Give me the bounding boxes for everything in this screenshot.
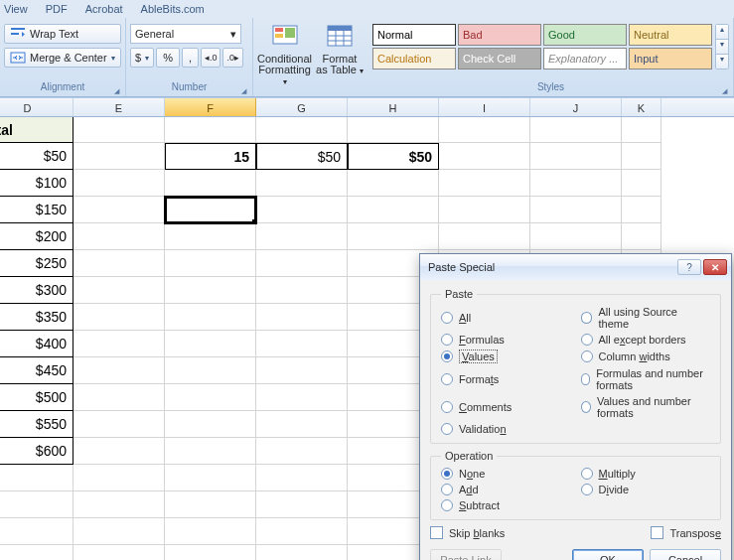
col-header-G[interactable]: G: [256, 98, 348, 116]
cell[interactable]: [256, 277, 348, 304]
cell[interactable]: [73, 170, 165, 197]
cell[interactable]: [256, 384, 348, 411]
radio-multiply[interactable]: Multiply: [581, 468, 711, 480]
currency-button[interactable]: $▾: [130, 48, 154, 68]
cell[interactable]: [256, 357, 348, 384]
radio-validation[interactable]: Validation: [441, 423, 571, 435]
ok-button[interactable]: OK: [572, 549, 644, 560]
cell[interactable]: $550: [0, 411, 73, 438]
increase-decimal-button[interactable]: ◂.0: [201, 48, 221, 68]
wrap-text-button[interactable]: Wrap Text: [4, 24, 121, 44]
cell[interactable]: $100: [0, 170, 73, 197]
cell[interactable]: [73, 197, 165, 223]
style-input[interactable]: Input: [629, 48, 712, 70]
cell[interactable]: [165, 518, 256, 545]
cell[interactable]: [0, 465, 73, 491]
cell[interactable]: [165, 277, 256, 304]
cell[interactable]: $50: [256, 143, 348, 170]
cell[interactable]: [256, 304, 348, 331]
cell[interactable]: $50: [348, 143, 439, 170]
col-header-F[interactable]: F: [165, 98, 256, 116]
cell[interactable]: [165, 384, 256, 411]
cell[interactable]: [256, 491, 348, 518]
col-header-J[interactable]: J: [530, 98, 622, 116]
comma-button[interactable]: ,: [182, 48, 199, 68]
cell[interactable]: [165, 170, 256, 197]
check-skip-blanks[interactable]: Skip blanks: [430, 526, 505, 539]
cell[interactable]: [439, 170, 530, 197]
radio-formulas[interactable]: Formulas: [441, 334, 571, 346]
cell[interactable]: [622, 170, 661, 197]
cell[interactable]: [256, 545, 348, 560]
cell[interactable]: [165, 411, 256, 438]
cell[interactable]: [73, 465, 165, 491]
cell[interactable]: [256, 170, 348, 197]
cell[interactable]: [73, 518, 165, 545]
number-format-select[interactable]: General ▾: [130, 24, 241, 44]
cell[interactable]: [256, 223, 348, 250]
style-explanatory[interactable]: Explanatory ...: [543, 48, 627, 70]
cell[interactable]: [530, 143, 622, 170]
cell[interactable]: [348, 223, 439, 250]
cell[interactable]: [73, 117, 165, 143]
cell[interactable]: [530, 170, 622, 197]
cell[interactable]: [0, 518, 73, 545]
col-header-E[interactable]: E: [73, 98, 165, 116]
cell[interactable]: [622, 223, 661, 250]
style-good[interactable]: Good: [543, 24, 627, 46]
cell[interactable]: [256, 250, 348, 277]
col-header-H[interactable]: H: [348, 98, 439, 116]
cell[interactable]: [73, 357, 165, 384]
cell[interactable]: [165, 331, 256, 357]
cell[interactable]: [256, 117, 348, 143]
cell[interactable]: [439, 197, 530, 223]
skip-blanks-checkbox[interactable]: [430, 526, 443, 539]
cell[interactable]: [165, 304, 256, 331]
cell[interactable]: [73, 304, 165, 331]
cell[interactable]: [165, 117, 256, 143]
radio-divide[interactable]: Divide: [581, 484, 711, 495]
cell[interactable]: [165, 357, 256, 384]
scroll-down-icon[interactable]: ▾: [716, 40, 728, 55]
transpose-checkbox[interactable]: [651, 526, 663, 539]
radio-all-theme[interactable]: All using Source theme: [581, 306, 711, 330]
cell[interactable]: [73, 491, 165, 518]
style-neutral[interactable]: Neutral: [629, 24, 712, 46]
dialog-titlebar[interactable]: Paste Special ? ✕: [420, 254, 731, 280]
cell[interactable]: $600: [0, 438, 73, 465]
cell[interactable]: [73, 545, 165, 560]
scroll-more-icon[interactable]: ▾: [716, 55, 728, 69]
radio-formats[interactable]: Formats: [441, 367, 571, 391]
cell[interactable]: [165, 465, 256, 491]
cell[interactable]: [439, 117, 530, 143]
cell[interactable]: [165, 223, 256, 250]
style-gallery-scroll[interactable]: ▴ ▾ ▾: [715, 24, 729, 70]
close-button[interactable]: ✕: [703, 259, 727, 275]
cell[interactable]: [73, 384, 165, 411]
menu-pdf[interactable]: PDF: [46, 3, 68, 15]
cell[interactable]: [73, 143, 165, 170]
cell[interactable]: [73, 438, 165, 465]
style-check-cell[interactable]: Check Cell: [458, 48, 541, 70]
cell[interactable]: 15: [165, 143, 256, 170]
cell[interactable]: otal: [0, 117, 73, 143]
cell[interactable]: [73, 277, 165, 304]
cell[interactable]: $350: [0, 304, 73, 331]
cell[interactable]: $50: [0, 143, 73, 170]
check-transpose[interactable]: Transpose: [651, 526, 721, 539]
menu-view[interactable]: View: [4, 3, 28, 15]
cell[interactable]: $200: [0, 223, 73, 250]
merge-center-button[interactable]: Merge & Center ▾: [4, 48, 121, 68]
radio-col-widths[interactable]: Column widths: [581, 350, 711, 363]
radio-add[interactable]: Add: [441, 484, 571, 495]
radio-values-num[interactable]: Values and number formats: [581, 395, 711, 419]
cancel-button[interactable]: Cancel: [650, 549, 721, 560]
col-header-D[interactable]: D: [0, 98, 73, 116]
cell[interactable]: $250: [0, 250, 73, 277]
percent-button[interactable]: %: [156, 48, 180, 68]
radio-formulas-num[interactable]: Formulas and number formats: [581, 367, 711, 391]
menu-acrobat[interactable]: Acrobat: [85, 3, 123, 15]
cell[interactable]: [348, 197, 439, 223]
cell[interactable]: [0, 545, 73, 560]
cell[interactable]: [530, 197, 622, 223]
